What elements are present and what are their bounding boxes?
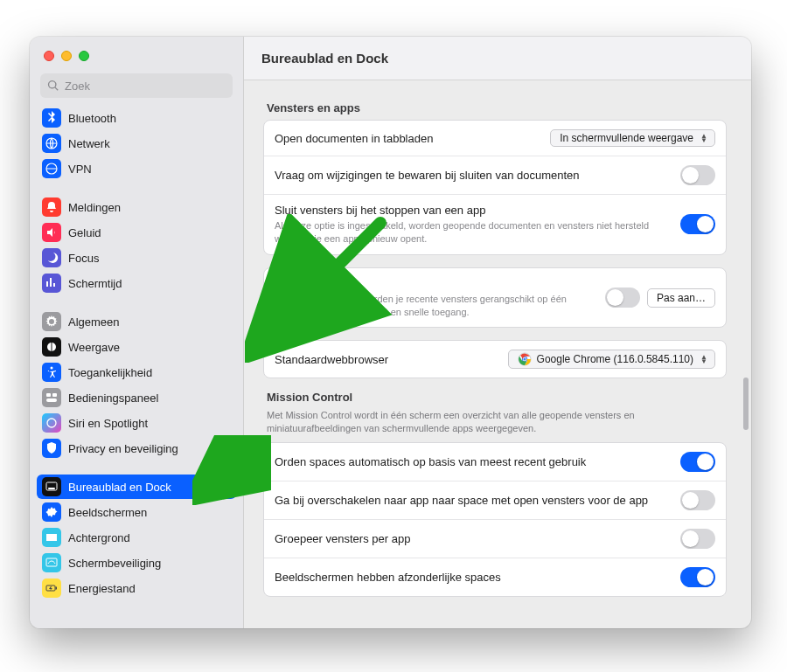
close-window-button[interactable]: [44, 51, 54, 61]
svg-rect-5: [52, 393, 57, 397]
svg-point-3: [51, 367, 53, 370]
svg-rect-9: [48, 488, 55, 489]
sidebar-item-privacy[interactable]: Privacy en beveiliging: [37, 436, 236, 461]
sidebar-item-screensaver[interactable]: Schermbeveiliging: [37, 551, 236, 575]
minimize-window-button[interactable]: [61, 51, 72, 61]
row-mc-rearrange: Orden spaces automatisch op basis van me…: [264, 443, 726, 481]
row-ask-save: Vraag om wijzigingen te bewaren bij slui…: [264, 156, 726, 195]
settings-window: Zoek Bluetooth Netwerk VPN Meldingen Gel…: [30, 37, 751, 628]
row-default-browser: Standaardwebbrowser Google Chrome (116.0…: [264, 341, 726, 378]
sidebar-item-battery[interactable]: Energiestand: [37, 576, 236, 600]
sidebar-item-sound[interactable]: Geluid: [37, 220, 236, 245]
sidebar-item-displays[interactable]: Beeldschermen: [37, 500, 236, 524]
row-mc-switch-space: Ga bij overschakelen naar app naar space…: [264, 481, 726, 520]
chevron-updown-icon: ▲▼: [699, 134, 709, 142]
ask-save-toggle[interactable]: [680, 165, 715, 185]
scrollbar-thumb[interactable]: [743, 378, 749, 430]
main-panel: Bureaublad en Dock Vensters en apps Open…: [244, 37, 751, 628]
section-mission-title: Mission Control: [267, 391, 727, 404]
sidebar-item-network[interactable]: Netwerk: [37, 131, 236, 156]
chevron-updown-icon: ▲▼: [699, 355, 709, 364]
row-open-documents: Open documenten in tabbladen In schermvu…: [264, 121, 726, 156]
fullscreen-window-button[interactable]: [79, 51, 89, 61]
sidebar-item-focus[interactable]: Focus: [37, 246, 236, 270]
card-mission-control: Orden spaces automatisch op basis van me…: [263, 442, 727, 597]
row-mc-separate-displays: Beeldschermen hebben afzonderlijke space…: [264, 558, 726, 596]
sidebar-list[interactable]: Bluetooth Netwerk VPN Meldingen Geluid F…: [30, 105, 243, 628]
default-browser-popup[interactable]: Google Chrome (116.0.5845.110) ▲▼: [508, 350, 715, 369]
svg-rect-12: [56, 587, 58, 590]
section-windows-title: Vensters en apps: [267, 101, 727, 114]
sidebar-item-notifications[interactable]: Meldingen: [37, 195, 236, 219]
section-mission-desc: Met Mission Control wordt in één scherm …: [267, 409, 723, 435]
row-mc-group: Groepeer vensters per app: [264, 520, 726, 558]
page-title: Bureaublad en Dock: [244, 37, 751, 80]
sidebar-item-siri[interactable]: Siri en Spotlight: [37, 411, 236, 435]
search-placeholder: Zoek: [65, 80, 90, 93]
mc-switch-space-toggle[interactable]: [680, 490, 715, 510]
chrome-icon: [518, 352, 532, 366]
svg-point-16: [523, 358, 526, 361]
sidebar-item-appearance[interactable]: Weergave: [37, 335, 236, 359]
stage-manager-toggle[interactable]: [605, 288, 640, 308]
search-input[interactable]: Zoek: [40, 73, 233, 98]
mc-rearrange-toggle[interactable]: [680, 452, 715, 472]
row-close-windows: Sluit vensters bij het stoppen van een a…: [264, 195, 726, 254]
mc-group-toggle[interactable]: [680, 529, 715, 549]
sidebar-item-desktop-dock[interactable]: Bureaublad en Dock: [37, 475, 236, 499]
svg-rect-6: [46, 398, 57, 402]
row-stage-manager: Stage Manager Met Stage Manager worden j…: [264, 268, 726, 328]
sidebar-item-general[interactable]: Algemeen: [37, 309, 236, 334]
sidebar-item-bluetooth[interactable]: Bluetooth: [37, 106, 236, 130]
sidebar-item-wallpaper[interactable]: Achtergrond: [37, 525, 236, 550]
card-default-browser: Standaardwebbrowser Google Chrome (116.0…: [263, 340, 727, 378]
mc-separate-displays-toggle[interactable]: [680, 567, 715, 587]
open-documents-popup[interactable]: In schermvullende weergave ▲▼: [550, 129, 715, 147]
content-scroll[interactable]: Vensters en apps Open documenten in tabb…: [244, 80, 751, 628]
close-windows-toggle[interactable]: [680, 214, 715, 234]
search-icon: [47, 80, 59, 92]
sidebar-item-vpn[interactable]: VPN: [37, 156, 236, 181]
card-stage-manager: Stage Manager Met Stage Manager worden j…: [263, 267, 727, 329]
sidebar-item-accessibility[interactable]: Toegankelijkheid: [37, 360, 236, 384]
svg-rect-4: [46, 393, 51, 397]
svg-rect-10: [46, 558, 57, 566]
sidebar-item-screentime[interactable]: Schermtijd: [37, 271, 236, 295]
svg-point-7: [47, 419, 56, 427]
card-windows: Open documenten in tabbladen In schermvu…: [263, 120, 727, 255]
window-controls: [30, 37, 243, 70]
sidebar-item-control-center[interactable]: Bedieningspaneel: [37, 385, 236, 410]
stage-manager-customize-button[interactable]: Pas aan…: [647, 288, 715, 308]
sidebar: Zoek Bluetooth Netwerk VPN Meldingen Gel…: [30, 37, 244, 628]
